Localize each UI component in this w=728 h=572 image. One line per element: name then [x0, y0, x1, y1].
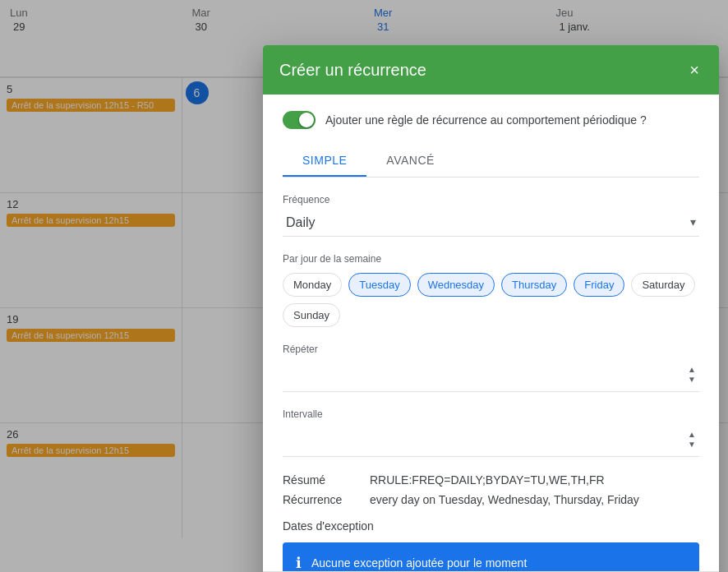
summary-section: Résumé RRULE:FREQ=DAILY;BYDAY=TU,WE,TH,F… [283, 473, 699, 506]
exception-section: Dates d'exception ℹ Aucune exception ajo… [283, 519, 699, 571]
repeter-label: Répéter [283, 344, 699, 355]
intervalle-down[interactable]: ▼ [684, 440, 699, 450]
tabs-container: SIMPLE AVANCÉ [283, 145, 699, 178]
repeter-field: ▲ ▼ [283, 358, 699, 392]
repeter-group: Répéter ▲ ▼ [283, 344, 699, 392]
day-saturday[interactable]: Saturday [631, 273, 695, 297]
intervalle-spinner: ▲ ▼ [684, 430, 699, 450]
day-friday[interactable]: Friday [574, 273, 624, 297]
modal-body: Ajouter une règle de récurrence au compo… [263, 95, 719, 571]
intervalle-group: Intervalle ▲ ▼ [283, 408, 699, 457]
resume-row: Résumé RRULE:FREQ=DAILY;BYDAY=TU,WE,TH,F… [283, 473, 699, 487]
resume-key: Résumé [283, 473, 357, 487]
day-tuesday[interactable]: Tuesday [348, 273, 410, 297]
exception-info-box: ℹ Aucune exception ajoutée pour le momen… [283, 542, 699, 571]
recurrence-value: every day on Tuesday, Wednesday, Thursda… [370, 493, 639, 506]
recurrence-row: Récurrence every day on Tuesday, Wednesd… [283, 493, 699, 506]
frequence-group: Fréquence Daily Weekly Monthly [283, 194, 699, 237]
recurrence-toggle[interactable] [283, 111, 316, 129]
intervalle-label: Intervalle [283, 408, 699, 420]
exception-info-text: Aucune exception ajoutée pour le moment [311, 556, 527, 570]
frequence-select-wrapper: Daily Weekly Monthly [283, 209, 699, 237]
days-row: Monday Tuesday Wednesday Thursday Friday… [283, 273, 699, 327]
intervalle-field: ▲ ▼ [283, 423, 699, 457]
resume-value: RRULE:FREQ=DAILY;BYDAY=TU,WE,TH,FR [370, 473, 605, 487]
day-wednesday[interactable]: Wednesday [417, 273, 495, 297]
repeter-spinner: ▲ ▼ [684, 365, 699, 385]
day-thursday[interactable]: Thursday [501, 273, 567, 297]
days-section: Par jour de la semaine Monday Tuesday We… [283, 253, 699, 327]
day-sunday[interactable]: Sunday [283, 303, 340, 327]
repeter-down[interactable]: ▼ [684, 375, 699, 385]
tab-avance[interactable]: AVANCÉ [366, 145, 454, 177]
frequence-select[interactable]: Daily Weekly Monthly [283, 209, 699, 237]
exception-title: Dates d'exception [283, 519, 699, 533]
info-icon: ℹ [296, 554, 302, 571]
tab-simple[interactable]: SIMPLE [283, 145, 366, 177]
day-monday[interactable]: Monday [283, 273, 342, 297]
repeter-up[interactable]: ▲ [684, 365, 699, 375]
recurrence-modal: Créer un récurrence × Ajouter une règle … [263, 45, 719, 572]
modal-close-button[interactable]: × [686, 58, 703, 81]
toggle-thumb [299, 113, 314, 127]
modal-title: Créer un récurrence [279, 61, 426, 80]
recurrence-key: Récurrence [283, 493, 357, 506]
toggle-row: Ajouter une règle de récurrence au compo… [283, 111, 699, 129]
modal-header: Créer un récurrence × [263, 45, 719, 95]
days-label: Par jour de la semaine [283, 253, 699, 265]
intervalle-up[interactable]: ▲ [684, 430, 699, 440]
toggle-label: Ajouter une règle de récurrence au compo… [325, 113, 647, 127]
frequence-label: Fréquence [283, 194, 699, 205]
